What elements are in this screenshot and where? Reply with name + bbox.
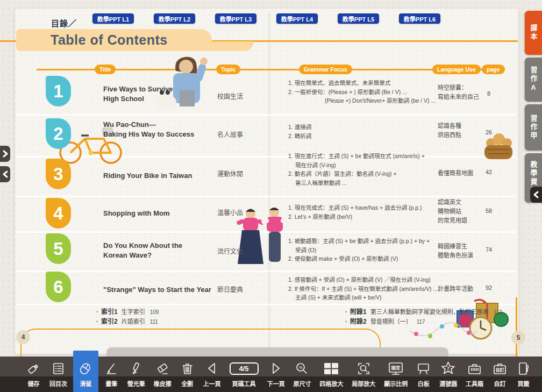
- eraser-icon: [155, 361, 170, 376]
- unit-3-page: 42: [486, 169, 492, 175]
- unit-4-number[interactable]: 4: [46, 198, 71, 229]
- unit-6-title[interactable]: "Strange" Ways to Start the Year: [103, 285, 211, 295]
- region-zoom-button[interactable]: 局部放大: [349, 357, 378, 392]
- chevron-left-icon: [532, 190, 540, 199]
- custom-toolbox-button[interactable]: 自訂 自訂: [489, 357, 510, 392]
- unit-2-title[interactable]: Wu Pao-Chun— Baking His Way to Success: [103, 120, 194, 139]
- ppt-button-l6[interactable]: 教學PPT L6: [399, 13, 440, 24]
- svg-text:自訂: 自訂: [496, 367, 504, 373]
- book-page-number-right: 5: [511, 331, 525, 345]
- column-header-grammar: Grammar Focus: [299, 65, 352, 74]
- whiteboard-button[interactable]: 白板: [413, 357, 433, 392]
- display-ratio-button[interactable]: 固定 顯示比例: [381, 357, 410, 392]
- unit-5-title[interactable]: Do You Know About the Korean Wave?: [103, 241, 182, 260]
- unit-1-grammar: 1. 現在簡單式、過去簡單式、未來簡單式 2. 一般祈使句：(Please + …: [288, 79, 444, 105]
- ppt-button-l4[interactable]: 教學PPT L4: [276, 13, 318, 24]
- pen-tool-button[interactable]: 畫筆: [102, 357, 122, 392]
- unit-3-language-use: 看懂簡易地圖: [438, 169, 489, 178]
- toc-list-icon: [51, 361, 66, 376]
- unit-6-topic: 節日慶典: [217, 284, 243, 294]
- unit-2-topic: 名人故事: [217, 130, 243, 139]
- unit-5-number[interactable]: 5: [46, 233, 71, 264]
- tab-workbook-a[interactable]: 習作A: [525, 58, 542, 102]
- four-grid-icon: [323, 361, 339, 376]
- star-number-icon: 7: [440, 361, 456, 376]
- unit-3-topic: 運動休閒: [217, 169, 243, 178]
- custom-toolbox-icon: 自訂: [492, 361, 508, 376]
- toc-banner-tail: [191, 41, 254, 51]
- ppt-button-l2[interactable]: 教學PPT L2: [154, 13, 195, 24]
- page-title: Table of Contents: [16, 32, 168, 48]
- unit-6-grammar: 1. 感官動詞 + 受詞 (O) + 原形動詞 (V) ／現在分詞 (V-ing…: [288, 275, 444, 302]
- prev-page-icon: [204, 361, 219, 376]
- appendix-2[interactable]: ・附錄2發音規則（一）117: [343, 316, 425, 325]
- zoom-percent-icon: %: [295, 361, 309, 376]
- unit-2-number[interactable]: 2: [46, 118, 71, 149]
- pencil-icon: [104, 361, 119, 376]
- unit-6-language-use: 計畫跨年活動: [438, 284, 489, 294]
- page-indicator[interactable]: 4/5: [230, 362, 259, 375]
- column-header-language: Language Use: [432, 65, 481, 74]
- unit-4-topic: 溫馨小品: [217, 208, 243, 217]
- bookmark-tab-icon: [516, 361, 531, 376]
- index-1[interactable]: ・索引1生字索引109: [94, 307, 159, 316]
- tab-strip-collapse-button[interactable]: [530, 187, 542, 203]
- unit-4-title[interactable]: Shopping with Mom: [103, 209, 169, 218]
- unit-3-grammar: 1. 現在進行式：主詞 (S) + be 動詞現在式 (am/are/is) +…: [288, 152, 444, 187]
- unit-5-grammar: 1. 被動語態：主詞 (S) + be 動詞 + 過去分詞 (p.p.) + b…: [288, 237, 444, 263]
- toolbox-button[interactable]: 工具箱: [463, 357, 486, 392]
- left-panel-expand-button[interactable]: [0, 146, 10, 162]
- trash-icon: [180, 361, 195, 376]
- column-header-page: page: [482, 65, 505, 74]
- tab-workbook-jia[interactable]: 習作甲: [525, 104, 542, 151]
- unit-3-title[interactable]: Riding Your Bike in Taiwan: [103, 171, 192, 181]
- tab-textbook[interactable]: 課本: [525, 11, 542, 55]
- highlighter-icon: [129, 361, 144, 376]
- unit-2-grammar: 1. 連接詞 2. 轉折詞: [288, 123, 444, 140]
- chevron-left-icon: [2, 170, 9, 179]
- column-header-title: Title: [95, 65, 116, 74]
- svg-text:%: %: [299, 365, 303, 370]
- next-page-button[interactable]: 下一頁: [265, 357, 288, 392]
- highlighter-tool-button[interactable]: 螢光筆: [125, 357, 148, 392]
- delete-all-button[interactable]: 全刪: [177, 357, 197, 392]
- region-zoom-icon: [356, 361, 371, 376]
- ppt-button-l1[interactable]: 教學PPT L1: [92, 13, 134, 24]
- row-separator: [16, 114, 516, 116]
- mouse-icon: [79, 361, 93, 376]
- page-number-tool[interactable]: 4/5 頁碼工具: [227, 357, 261, 392]
- unit-5-topic: 流行文化: [217, 246, 243, 255]
- unit-3-number[interactable]: 3: [46, 159, 71, 189]
- svg-text:7: 7: [447, 366, 450, 371]
- ppt-button-l3[interactable]: 教學PPT L3: [215, 13, 256, 24]
- unit-6-number[interactable]: 6: [46, 272, 71, 302]
- svg-text:固定: 固定: [391, 365, 401, 370]
- page-bookmark-button[interactable]: 頁籤: [514, 357, 533, 392]
- unit-1-number[interactable]: 1: [46, 76, 71, 106]
- original-size-button[interactable]: % 原尺寸: [290, 357, 313, 392]
- four-grid-zoom-button[interactable]: 四格放大: [317, 357, 346, 392]
- back-to-toc-button[interactable]: 回目次: [47, 357, 70, 392]
- unit-1-title[interactable]: Five Ways to Survive High School: [103, 84, 173, 104]
- prev-page-button[interactable]: 上一頁: [201, 357, 224, 392]
- row-separator: [16, 304, 516, 305]
- toc-banner: Table of Contents: [16, 29, 212, 51]
- unit-1-language-use: 時空膠囊： 寫給未來的自己: [438, 83, 489, 102]
- ppt-button-l5[interactable]: 教學PPT L5: [338, 13, 379, 24]
- unit-5-page: 74: [486, 246, 492, 253]
- next-page-icon: [268, 361, 283, 376]
- left-panel-collapse-button[interactable]: [0, 166, 10, 182]
- save-button[interactable]: 儲存: [24, 357, 44, 392]
- chevron-right-icon: [2, 149, 9, 158]
- whiteboard-icon: [416, 361, 431, 376]
- catalog-label: 目錄／: [51, 17, 77, 28]
- ppt-button-row: 教學PPT L1 教學PPT L2 教學PPT L3 教學PPT L4 教學PP…: [92, 13, 440, 24]
- unit-1-page: 8: [487, 90, 490, 97]
- number-picker-button[interactable]: 7 選號器: [437, 357, 460, 392]
- mouse-tool-button[interactable]: 滑鼠: [73, 351, 98, 392]
- index-2[interactable]: ・索引2片語索引111: [94, 316, 158, 325]
- appendix-1[interactable]: ・附錄1第三人稱單數動詞字尾變化規則、動詞三態表112: [343, 307, 502, 316]
- page-spread-divider: [267, 13, 272, 351]
- book-tab-strip: 課本 習作A 習作甲 教學資源: [525, 11, 542, 203]
- eraser-tool-button[interactable]: 橡皮擦: [151, 357, 174, 392]
